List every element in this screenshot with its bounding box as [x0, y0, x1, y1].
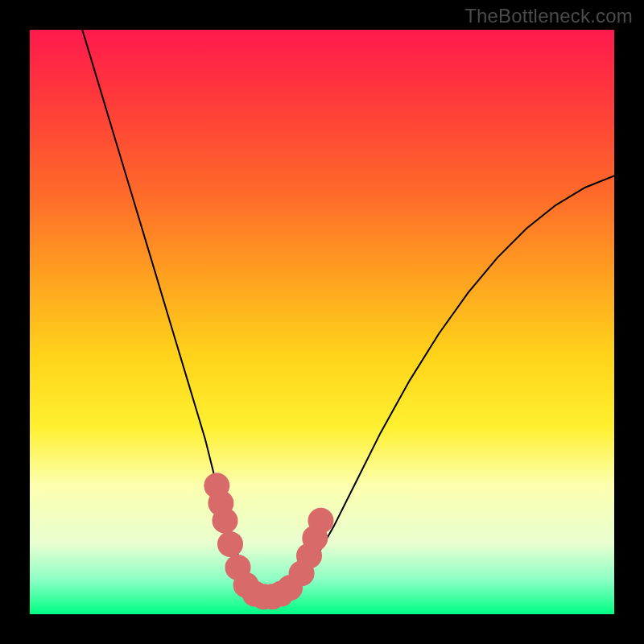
marker-dot [213, 508, 238, 534]
bottleneck-curve [82, 30, 614, 600]
marker-dot [217, 531, 243, 557]
plot-area [30, 30, 614, 614]
marker-dot [308, 508, 334, 534]
chart-frame: TheBottleneck.com [0, 0, 644, 644]
highlighted-points [204, 473, 333, 609]
watermark-text: TheBottleneck.com [464, 5, 633, 27]
chart-svg [30, 30, 614, 614]
